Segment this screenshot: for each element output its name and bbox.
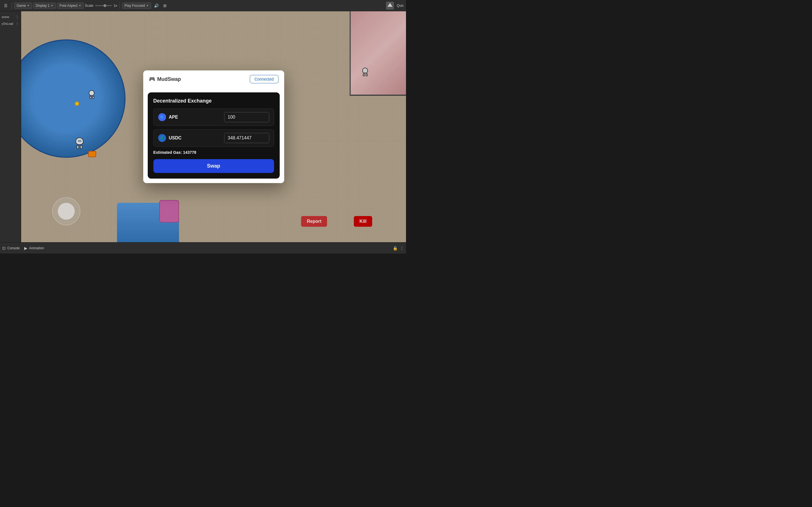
unity-logo: [386, 2, 394, 10]
gas-label: Estimated Gas:: [153, 150, 182, 155]
mudswap-modal: 🎮 MudSwap Connected Decentralized Exchan…: [143, 70, 284, 183]
scale-slider[interactable]: [95, 5, 112, 6]
bottom-right-controls: 🔒 ⋮: [393, 246, 404, 250]
dex-title: Decentralized Exchange: [153, 98, 274, 104]
separator-1: [11, 2, 12, 9]
more-icon[interactable]: ⋮: [400, 246, 404, 250]
display-dropdown[interactable]: Display 1 ▼: [33, 3, 56, 9]
modal-title: MudSwap: [157, 76, 181, 82]
scene-dots-icon[interactable]: ⋮: [15, 15, 19, 19]
ape-symbol: APE: [169, 115, 178, 120]
ape-icon-symbol: 🔷: [160, 115, 164, 119]
lock-icon: 🔒: [393, 246, 398, 250]
audio-icon[interactable]: 🔊: [152, 2, 160, 9]
connected-button[interactable]: Connected: [250, 75, 278, 83]
usdc-icon: 💲: [158, 134, 166, 142]
scale-value: 1x: [114, 4, 117, 8]
bottom-bar: ⊡ Console ▶ Animation 🔒 ⋮: [0, 242, 406, 253]
game-view: Report Kill 🎮 MudSwap Connected Decentra…: [21, 11, 406, 242]
grid-icon[interactable]: ⊞: [161, 2, 168, 9]
ape-amount-input[interactable]: [224, 112, 269, 122]
play-on-load-label: yOnLoad: [2, 22, 13, 25]
separator-2: [119, 2, 120, 9]
aspect-dropdown[interactable]: Free Aspect ▼: [57, 3, 84, 9]
animation-tab[interactable]: ▶ Animation: [24, 246, 44, 250]
console-tab[interactable]: ⊡ Console: [2, 246, 20, 250]
ape-token-left: 🔷 APE: [158, 113, 178, 121]
aspect-label: Free Aspect: [59, 4, 78, 8]
left-panel: scene ⋮ yOnLoad ⋮: [0, 11, 21, 242]
console-icon: ⊡: [2, 246, 6, 250]
usdc-token-row: 💲 USDC: [153, 129, 274, 147]
display-label: Display 1: [36, 4, 50, 8]
scale-text: Scale: [85, 4, 93, 8]
game-dropdown[interactable]: Game ▼: [14, 3, 32, 9]
animation-label: Animation: [29, 246, 44, 250]
swap-button[interactable]: Swap: [153, 159, 274, 173]
usdc-symbol: USDC: [169, 135, 182, 140]
scale-dot: [103, 4, 106, 7]
play-focused-label: Play Focused: [124, 4, 145, 8]
game-arrow: ▼: [27, 4, 30, 7]
quick-label: Quic: [397, 4, 404, 8]
play-on-load-item[interactable]: yOnLoad ⋮: [1, 20, 20, 27]
gas-estimate: Estimated Gas: 143778: [153, 150, 274, 155]
modal-icon: 🎮: [149, 76, 155, 82]
hamburger-icon[interactable]: ☰: [2, 2, 9, 9]
play-focused-dropdown[interactable]: Play Focused ▼: [122, 3, 151, 9]
gas-value: 143778: [183, 150, 196, 155]
scale-control: Scale 1x: [85, 4, 117, 8]
ape-token-row: 🔷 APE: [153, 108, 274, 126]
unity-logo-icon: [388, 3, 393, 8]
toolbar: ☰ Game ▼ Display 1 ▼ Free Aspect ▼ Scale…: [0, 0, 406, 11]
scene-item[interactable]: scene ⋮: [1, 13, 20, 20]
display-arrow: ▼: [51, 4, 53, 7]
play-on-load-dots-icon[interactable]: ⋮: [15, 21, 19, 26]
modal-body: Decentralized Exchange 🔷 APE: [143, 88, 284, 183]
usdc-token-left: 💲 USDC: [158, 134, 182, 142]
animation-icon: ▶: [24, 246, 28, 250]
usdc-icon-symbol: 💲: [160, 136, 164, 140]
console-label: Console: [7, 246, 20, 250]
modal-header: 🎮 MudSwap Connected: [143, 70, 284, 88]
usdc-amount-input[interactable]: [224, 133, 269, 143]
scene-label: scene: [2, 15, 9, 18]
play-focused-arrow: ▼: [146, 4, 149, 7]
modal-overlay: 🎮 MudSwap Connected Decentralized Exchan…: [21, 11, 406, 242]
aspect-arrow: ▼: [79, 4, 81, 7]
modal-title-row: 🎮 MudSwap: [149, 76, 181, 82]
dex-card: Decentralized Exchange 🔷 APE: [148, 93, 280, 179]
toolbar-left: ☰ Game ▼ Display 1 ▼ Free Aspect ▼ Scale…: [2, 2, 168, 9]
game-label: Game: [17, 4, 26, 8]
ape-icon: 🔷: [158, 113, 166, 121]
